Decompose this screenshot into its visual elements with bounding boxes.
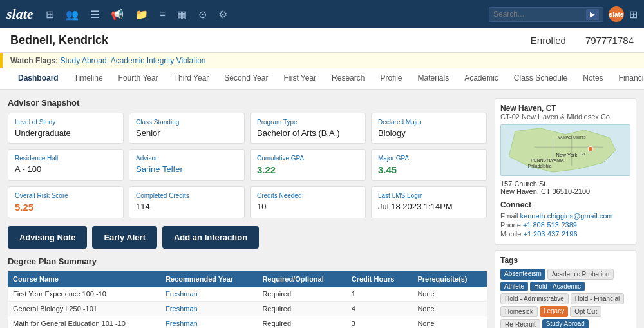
search-button[interactable]: ▶ [586,9,599,20]
tab-first-year[interactable]: First Year [276,68,324,90]
folder-icon[interactable]: 📁 [133,6,151,23]
tag-item[interactable]: Hold - Administrative [500,293,569,304]
svg-point-9 [588,146,593,151]
cell-course: Math for General Education 101 -10 [8,316,160,329]
email-label: Email [500,212,518,220]
nav-icons: ⊞ 👥 ☰ 📢 📁 ≡ ▦ ⊙ ⚙ [43,6,489,23]
action-buttons: Advising Note Early Alert Add an Interac… [8,226,487,249]
location-region: CT-02 New Haven & Middlesex Co [500,113,630,121]
card-value-level: Undergraduate [15,128,117,138]
tag-item[interactable]: Legacy [540,306,568,317]
tab-financial-aid[interactable]: Financial Aid [611,68,644,90]
student-header: Bednell, Kendrick Enrolled 797771784 [0,28,644,53]
table-row: Math for General Education 101 -10 Fresh… [8,316,487,329]
people-icon[interactable]: 👥 [63,6,81,23]
card-value-standing: Senior [136,128,238,138]
advisor-snapshot-title: Advisor Snapshot [8,98,487,108]
tab-research[interactable]: Research [324,68,372,90]
tags-title: Tags [500,256,630,265]
card-label-major: Declared Major [378,119,480,126]
address-section: 157 Church St. New Haven, CT 06510-2100 [500,180,630,195]
connect-phone: Phone +1 808-513-2389 [500,221,630,229]
watch-flag-integrity[interactable]: Academic Integrity Violation [111,56,206,65]
tag-item[interactable]: Study Abroad [542,319,589,328]
tab-class-schedule[interactable]: Class Schedule [506,68,575,90]
home-icon[interactable]: ⊞ [43,6,57,23]
cell-required: Required [257,287,346,302]
dial-icon[interactable]: ⊙ [196,6,209,23]
tag-item[interactable]: Hold - Academic [530,282,585,291]
degree-plan-table: Course Name Recommended Year Required/Op… [8,271,487,328]
tag-item[interactable]: Academic Probation [547,269,614,280]
mobile-link[interactable]: +1 203-437-2196 [523,230,577,238]
card-label-program: Program Type [257,119,359,126]
location-city: New Haven, CT [500,104,630,113]
svg-text:New York: New York [556,152,577,158]
svg-text:MASSACHUSETTS: MASSACHUSETTS [558,136,586,139]
advising-note-button[interactable]: Advising Note [8,226,87,249]
connect-section: Connect Email kenneth.chiggins@gmail.com… [500,200,630,238]
snapshot-grid: Level of Study Undergraduate Class Stand… [8,113,487,218]
tab-academic[interactable]: Academic [457,68,506,90]
svg-text:Philadelphia: Philadelphia [528,164,552,169]
svg-text:PENNSYLVANIA: PENNSYLVANIA [531,158,564,162]
add-interaction-button[interactable]: Add an Interaction [162,226,259,249]
tab-dashboard[interactable]: Dashboard [10,68,66,90]
tab-notes[interactable]: Notes [575,68,611,90]
user-avatar[interactable]: slate [609,6,624,22]
card-label-major-gpa: Major GPA [378,155,480,162]
tag-item[interactable]: Homesick [500,306,538,317]
table-header-row: Course Name Recommended Year Required/Op… [8,271,487,287]
degree-plan-section: Degree Plan Summary Course Name Recommen… [8,256,487,328]
card-value-advisor[interactable]: Sarine Telfer [136,164,238,174]
card-major-gpa: Major GPA 3.45 [371,149,487,181]
card-label-completed: Completed Credits [136,192,238,199]
tab-fourth-year[interactable]: Fourth Year [111,68,166,90]
tab-timeline[interactable]: Timeline [66,68,111,90]
cell-year: Freshman [160,316,257,329]
phone-link[interactable]: +1 808-513-2389 [523,221,577,229]
card-risk-score: Overall Risk Score 5.25 [8,186,124,218]
col-required-optional: Required/Optional [257,271,346,287]
tab-second-year[interactable]: Second Year [216,68,276,90]
tags-section: Tags AbsenteeismAcademic ProbationAthlet… [495,250,636,328]
student-id: 797771784 [585,35,634,46]
cell-prereq: None [412,287,487,302]
list-icon[interactable]: ≡ [157,6,168,23]
watch-flag-study-abroad[interactable]: Study Abroad [61,56,107,65]
col-recommended-year: Recommended Year [160,271,257,287]
tag-item[interactable]: Athlete [500,282,528,291]
card-label-standing: Class Standing [136,119,238,126]
card-label-residence: Residence Hall [15,155,117,162]
grid-icon[interactable]: ⊞ [629,8,638,21]
megaphone-icon[interactable]: 📢 [108,6,126,23]
card-label-advisor: Advisor [136,155,238,162]
tag-item[interactable]: Re-Recruit [500,319,540,328]
card-value-completed: 114 [136,202,238,211]
tag-item[interactable]: Opt Out [570,306,601,317]
card-value-residence: A - 100 [15,164,117,174]
card-credits-needed: Credits Needed 10 [250,186,366,218]
card-label-lms: Last LMS Login [378,192,480,199]
tab-third-year[interactable]: Third Year [166,68,217,90]
card-value-cum-gpa: 3.22 [257,164,359,175]
early-alert-button[interactable]: Early Alert [92,226,157,249]
tab-materials[interactable]: Materials [410,68,457,90]
card-declared-major: Declared Major Biology [371,113,487,144]
table-icon[interactable]: ▦ [175,6,189,23]
main-content: Advisor Snapshot Level of Study Undergra… [0,90,644,328]
student-status: Enrolled 797771784 [531,35,634,46]
gear-icon[interactable]: ⚙ [216,6,230,23]
cell-required: Required [257,316,346,329]
tag-item[interactable]: Hold - Financial [571,293,624,304]
address-line-1: 157 Church St. [500,180,630,188]
search-input[interactable] [493,10,583,19]
card-completed-credits: Completed Credits 114 [129,186,245,218]
tag-item[interactable]: Absenteeism [500,269,545,280]
email-link[interactable]: kenneth.chiggins@gmail.com [520,212,613,220]
card-level-of-study: Level of Study Undergraduate [8,113,124,144]
col-course-name: Course Name [8,271,160,287]
checklist-icon[interactable]: ☰ [88,6,102,23]
tab-profile[interactable]: Profile [372,68,410,90]
watch-flags-label: Watch Flags: [10,56,58,65]
